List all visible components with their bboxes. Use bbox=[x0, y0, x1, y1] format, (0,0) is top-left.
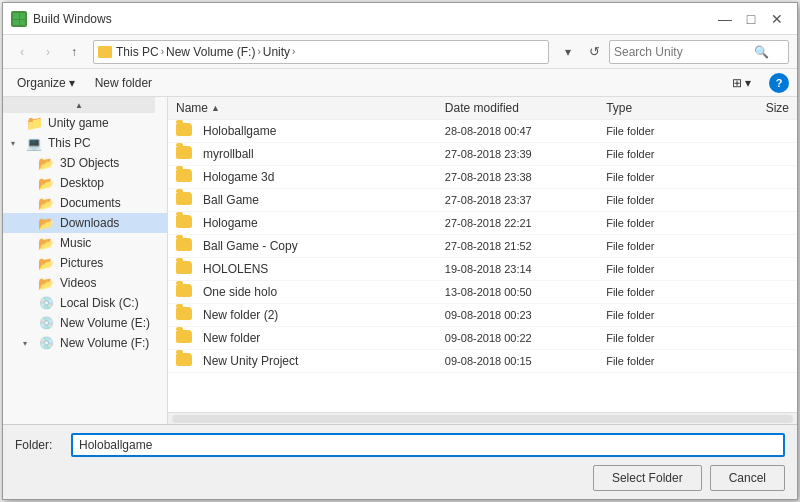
sidebar-item-label: Documents bbox=[60, 196, 121, 210]
sidebar-item-local-disk-c[interactable]: 💿 Local Disk (C:) bbox=[3, 293, 167, 313]
dialog-icon bbox=[11, 11, 27, 27]
svg-rect-1 bbox=[20, 13, 25, 19]
maximize-button[interactable]: □ bbox=[739, 7, 763, 31]
new-folder-label: New folder bbox=[95, 76, 152, 90]
expand-icon: ▾ bbox=[11, 139, 23, 148]
search-icon: 🔍 bbox=[754, 45, 769, 59]
table-row[interactable]: New folder (2) 09-08-2018 00:23 File fol… bbox=[168, 304, 797, 327]
file-name: Hologame 3d bbox=[203, 170, 274, 184]
organize-button[interactable]: Organize ▾ bbox=[11, 74, 81, 92]
table-row[interactable]: HOLOLENS 19-08-2018 23:14 File folder bbox=[168, 258, 797, 281]
computer-icon: 💻 bbox=[25, 136, 43, 150]
folder-input[interactable] bbox=[71, 433, 785, 457]
table-row[interactable]: New folder 09-08-2018 00:22 File folder bbox=[168, 327, 797, 350]
file-type: File folder bbox=[606, 148, 714, 160]
folder-label: Folder: bbox=[15, 438, 63, 452]
file-type: File folder bbox=[606, 240, 714, 252]
file-type: File folder bbox=[606, 263, 714, 275]
col-header-name: Name ▲ bbox=[176, 101, 445, 115]
disk-icon: 💿 bbox=[37, 296, 55, 310]
breadcrumb-unity: Unity bbox=[263, 45, 290, 59]
forward-button[interactable]: › bbox=[37, 41, 59, 63]
table-row[interactable]: Hologame 3d 27-08-2018 23:38 File folder bbox=[168, 166, 797, 189]
file-folder-icon bbox=[176, 261, 194, 277]
table-row[interactable]: myrollball 27-08-2018 23:39 File folder bbox=[168, 143, 797, 166]
table-row[interactable]: One side holo 13-08-2018 00:50 File fold… bbox=[168, 281, 797, 304]
file-name: HOLOLENS bbox=[203, 262, 268, 276]
table-row[interactable]: New Unity Project 09-08-2018 00:15 File … bbox=[168, 350, 797, 373]
file-type: File folder bbox=[606, 332, 714, 344]
file-list-header: Name ▲ Date modified Type Size bbox=[168, 97, 797, 120]
file-date: 09-08-2018 00:15 bbox=[445, 355, 606, 367]
breadcrumb[interactable]: This PC › New Volume (F:) › Unity › bbox=[93, 40, 549, 64]
view-controls: ⊞ ▾ ? bbox=[726, 73, 789, 93]
file-folder-icon bbox=[176, 123, 194, 139]
sidebar-item-unity-game[interactable]: 📁 Unity game bbox=[3, 113, 167, 133]
help-button[interactable]: ? bbox=[769, 73, 789, 93]
folder-icon: 📂 bbox=[37, 276, 55, 290]
folder-icon: 📁 bbox=[25, 116, 43, 130]
folder-icon: 📂 bbox=[37, 236, 55, 250]
sidebar-item-music[interactable]: 📂 Music bbox=[3, 233, 167, 253]
action-bar: Organize ▾ New folder ⊞ ▾ ? bbox=[3, 69, 797, 97]
file-folder-icon bbox=[176, 215, 194, 231]
sidebar-item-videos[interactable]: 📂 Videos bbox=[3, 273, 167, 293]
sidebar-item-desktop[interactable]: 📂 Desktop bbox=[3, 173, 167, 193]
disk-icon: 💿 bbox=[37, 316, 55, 330]
file-name: New folder (2) bbox=[203, 308, 278, 322]
sidebar-item-label: Local Disk (C:) bbox=[60, 296, 139, 310]
sidebar-item-new-volume-f[interactable]: ▾ 💿 New Volume (F:) bbox=[3, 333, 167, 353]
horizontal-scrollbar[interactable] bbox=[168, 412, 797, 424]
sidebar-item-this-pc[interactable]: ▾ 💻 This PC bbox=[3, 133, 167, 153]
sidebar-item-downloads[interactable]: 📂 Downloads bbox=[3, 213, 167, 233]
search-input[interactable] bbox=[614, 45, 754, 59]
breadcrumb-volume: New Volume (F:) bbox=[166, 45, 255, 59]
file-folder-icon bbox=[176, 330, 194, 346]
bottom-panel: Folder: Select Folder Cancel bbox=[3, 424, 797, 499]
h-scroll-track bbox=[172, 415, 793, 423]
up-button[interactable]: ↑ bbox=[63, 41, 85, 63]
sidebar-item-documents[interactable]: 📂 Documents bbox=[3, 193, 167, 213]
file-folder-icon bbox=[176, 146, 194, 162]
svg-rect-2 bbox=[13, 20, 19, 25]
cancel-button[interactable]: Cancel bbox=[710, 465, 785, 491]
folder-icon: 📂 bbox=[37, 176, 55, 190]
file-name: Holoballgame bbox=[203, 124, 276, 138]
search-box[interactable]: 🔍 bbox=[609, 40, 789, 64]
close-button[interactable]: ✕ bbox=[765, 7, 789, 31]
window-controls: — □ ✕ bbox=[713, 7, 789, 31]
sidebar-item-new-volume-e[interactable]: 💿 New Volume (E:) bbox=[3, 313, 167, 333]
table-row[interactable]: Ball Game - Copy 27-08-2018 21:52 File f… bbox=[168, 235, 797, 258]
file-date: 28-08-2018 00:47 bbox=[445, 125, 606, 137]
build-windows-dialog: Build Windows — □ ✕ ‹ › ↑ This PC › New … bbox=[2, 2, 798, 500]
view-toggle-button[interactable]: ⊞ ▾ bbox=[726, 74, 757, 92]
file-date: 27-08-2018 23:37 bbox=[445, 194, 606, 206]
expand-icon: ▾ bbox=[23, 339, 35, 348]
back-button[interactable]: ‹ bbox=[11, 41, 33, 63]
sidebar-item-pictures[interactable]: 📂 Pictures bbox=[3, 253, 167, 273]
breadcrumb-thispc: This PC bbox=[116, 45, 159, 59]
table-row[interactable]: Holoballgame 28-08-2018 00:47 File folde… bbox=[168, 120, 797, 143]
table-row[interactable]: Ball Game 27-08-2018 23:37 File folder bbox=[168, 189, 797, 212]
sidebar-item-label: Unity game bbox=[48, 116, 109, 130]
file-name: One side holo bbox=[203, 285, 277, 299]
name-label: Name bbox=[176, 101, 208, 115]
col-header-size: Size bbox=[714, 101, 789, 115]
file-folder-icon bbox=[176, 353, 194, 369]
file-folder-icon bbox=[176, 192, 194, 208]
select-folder-button[interactable]: Select Folder bbox=[593, 465, 702, 491]
refresh-button[interactable]: ↺ bbox=[583, 41, 605, 63]
sidebar-item-3d-objects[interactable]: 📂 3D Objects bbox=[3, 153, 167, 173]
dropdown-button[interactable]: ▾ bbox=[557, 41, 579, 63]
file-type: File folder bbox=[606, 309, 714, 321]
file-name: Hologame bbox=[203, 216, 258, 230]
file-name: New folder bbox=[203, 331, 260, 345]
scroll-up-arrow[interactable]: ▲ bbox=[3, 97, 155, 113]
dialog-title: Build Windows bbox=[33, 12, 713, 26]
folder-row: Folder: bbox=[15, 433, 785, 457]
new-folder-button[interactable]: New folder bbox=[89, 74, 158, 92]
table-row[interactable]: Hologame 27-08-2018 22:21 File folder bbox=[168, 212, 797, 235]
folder-icon: 📂 bbox=[37, 256, 55, 270]
sidebar-item-label: Desktop bbox=[60, 176, 104, 190]
minimize-button[interactable]: — bbox=[713, 7, 737, 31]
